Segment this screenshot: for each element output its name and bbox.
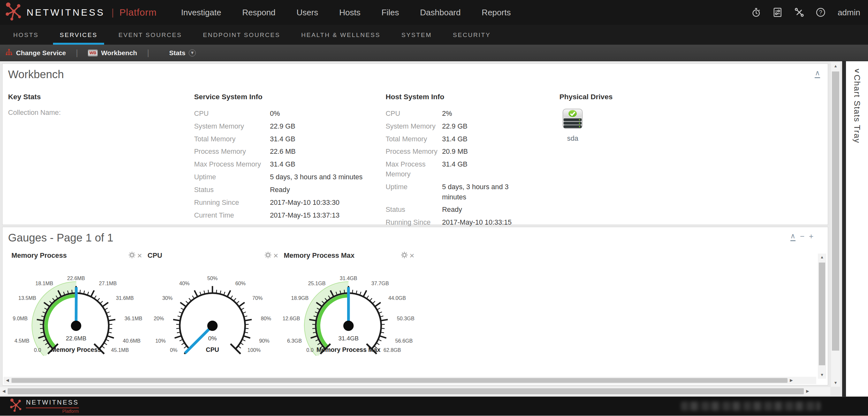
tab-services[interactable]: SERVICES (53, 25, 104, 45)
help-icon[interactable]: ? (816, 8, 825, 17)
close-icon[interactable]: × (409, 251, 414, 260)
timer-icon[interactable] (751, 8, 761, 17)
scroll-right-arrow[interactable]: ▶ (804, 388, 811, 395)
tab-hosts[interactable]: HOSTS (7, 25, 45, 45)
footer-brand-name: NETWITNESS (26, 399, 79, 408)
tab-event-sources[interactable]: EVENT SOURCES (112, 25, 188, 45)
close-icon[interactable]: × (137, 251, 142, 260)
user-menu[interactable]: admin (838, 8, 860, 18)
scroll-up-arrow[interactable]: ▲ (831, 63, 840, 70)
scroll-down-arrow[interactable]: ▼ (818, 371, 826, 379)
netwitness-starburst-icon (10, 398, 22, 414)
menu-reports[interactable]: Reports (482, 8, 510, 18)
svg-text:80%: 80% (260, 315, 271, 321)
info-row: Total Memory31.4 GB (194, 134, 386, 144)
svg-text:0.0: 0.0 (306, 347, 314, 353)
page-vertical-scrollbar[interactable]: ▲ ▼ (831, 63, 840, 387)
key-stats-section: Key Stats Collection Name: (8, 93, 194, 230)
chart-stats-tray[interactable]: < Chart Stats Tray (846, 61, 868, 396)
scrollbar-thumb[interactable] (832, 71, 839, 351)
chevron-down-icon: ▼ (189, 49, 196, 57)
svg-text:22.6MB: 22.6MB (67, 275, 85, 281)
info-row: StatusReady (385, 205, 559, 214)
svg-text:Memory Process Max: Memory Process Max (316, 346, 381, 353)
svg-text:9.0MB: 9.0MB (13, 315, 28, 321)
gauges-plus-icon[interactable]: + (809, 233, 813, 241)
info-row: Process Memory22.6 MB (194, 146, 386, 156)
scroll-left-arrow[interactable]: ◀ (3, 377, 11, 384)
info-row: Running Since2017-May-10 10:33:30 (194, 198, 386, 207)
svg-text:22.6MB: 22.6MB (66, 335, 87, 342)
workbench-panel: Workbench ∧ Key Stats Collection Name: S… (2, 64, 828, 225)
tray-expand-chevron-icon[interactable]: < (855, 67, 859, 75)
tab-system[interactable]: SYSTEM (395, 25, 438, 45)
stats-dropdown[interactable]: Stats ▼ (169, 49, 196, 57)
scrollbar-thumb[interactable] (8, 388, 804, 394)
admin-tab-bar: HOSTS SERVICES EVENT SOURCES ENDPOINT SO… (0, 25, 868, 45)
workbench-service-button[interactable]: WB Workbench (88, 49, 137, 57)
svg-text:30%: 30% (162, 295, 173, 301)
preferences-icon[interactable] (773, 8, 782, 17)
gear-icon[interactable] (265, 250, 272, 261)
gauges-panel: Gauges - Page 1 of 1 ∧ − + Memory Proces… (2, 227, 828, 385)
info-row: Max Process Memory31.4 GB (194, 159, 386, 169)
scrollbar-thumb[interactable] (11, 378, 787, 383)
brand-logo[interactable]: NETWITNESS | Platform (5, 2, 156, 23)
svg-text:4.5MB: 4.5MB (14, 338, 29, 344)
svg-text:50%: 50% (207, 275, 217, 281)
scroll-left-arrow[interactable]: ◀ (0, 388, 8, 395)
svg-text:100%: 100% (247, 347, 260, 353)
svg-text:62.8GB: 62.8GB (383, 347, 401, 353)
tab-endpoint-sources[interactable]: ENDPOINT SOURCES (196, 25, 287, 45)
service-toolbar: Change Service | WB Workbench | Stats ▼ (0, 45, 868, 61)
page-horizontal-scrollbar[interactable]: ◀ ▶ (0, 387, 830, 395)
svg-text:70%: 70% (252, 295, 262, 301)
tab-health-wellness[interactable]: HEALTH & WELLNESS (295, 25, 388, 45)
host-system-info-section: Host System Info CPU2% System Memory22.9… (385, 93, 559, 230)
svg-text:45.1MB: 45.1MB (111, 347, 129, 353)
gauges-horizontal-scrollbar[interactable]: ◀ ▶ (3, 377, 816, 384)
gauges-minus-icon[interactable]: − (800, 233, 804, 241)
svg-text:20%: 20% (154, 315, 164, 321)
scroll-down-arrow[interactable]: ▼ (831, 379, 840, 387)
info-row: Uptime5 days, 3 hours and 3 minutes (194, 172, 386, 182)
gauges-vertical-scrollbar[interactable]: ▲ ▼ (818, 254, 826, 379)
svg-text:50.3GB: 50.3GB (397, 315, 414, 321)
physical-drives-section: Physical Drives (559, 93, 613, 230)
svg-text:0.0: 0.0 (34, 347, 41, 353)
scroll-up-arrow[interactable]: ▲ (818, 254, 826, 261)
menu-hosts[interactable]: Hosts (339, 8, 360, 18)
menu-investigate[interactable]: Investigate (181, 8, 221, 18)
physical-drives-heading: Physical Drives (559, 93, 613, 101)
tab-security[interactable]: SECURITY (446, 25, 497, 45)
gauge-row: Memory Process × 0.04.5MB9.0MB13.5MB (8, 250, 822, 358)
svg-text:0%: 0% (208, 335, 217, 342)
brand-product: Platform (119, 7, 157, 18)
svg-text:6.3GB: 6.3GB (287, 338, 302, 344)
close-icon[interactable]: × (273, 251, 278, 260)
info-row: StatusReady (194, 185, 386, 195)
gauges-collapse-icon[interactable]: ∧ (790, 233, 796, 241)
svg-text:36.1MB: 36.1MB (125, 315, 143, 321)
svg-text:25.1GB: 25.1GB (308, 280, 326, 286)
change-service-button[interactable]: Change Service (5, 48, 66, 58)
info-row: Running Since2017-May-10 10:33:15 (385, 217, 559, 227)
menu-respond[interactable]: Respond (242, 8, 276, 18)
svg-text:18.9GB: 18.9GB (291, 295, 309, 301)
gear-icon[interactable] (401, 250, 408, 261)
drive-name: sda (559, 134, 586, 143)
scroll-right-arrow[interactable]: ▶ (787, 377, 795, 384)
physical-drive: sda (559, 108, 586, 143)
workbench-collapse-icon[interactable]: ∧ (815, 70, 820, 78)
memory-process-max-gauge: 0.06.3GB12.6GB18.9GB25.1GB31.4GB37.7GB44… (280, 270, 416, 358)
service-system-info-section: Service System Info CPU0% System Memory2… (194, 93, 386, 230)
tools-icon[interactable] (795, 8, 804, 17)
scrollbar-thumb[interactable] (819, 263, 825, 365)
svg-text:40%: 40% (179, 280, 189, 286)
info-row: System Memory22.9 GB (385, 121, 559, 131)
gear-icon[interactable] (128, 250, 136, 261)
menu-dashboard[interactable]: Dashboard (420, 8, 461, 18)
info-row: System Memory22.9 GB (194, 121, 386, 131)
menu-users[interactable]: Users (297, 8, 318, 18)
menu-files[interactable]: Files (382, 8, 399, 18)
